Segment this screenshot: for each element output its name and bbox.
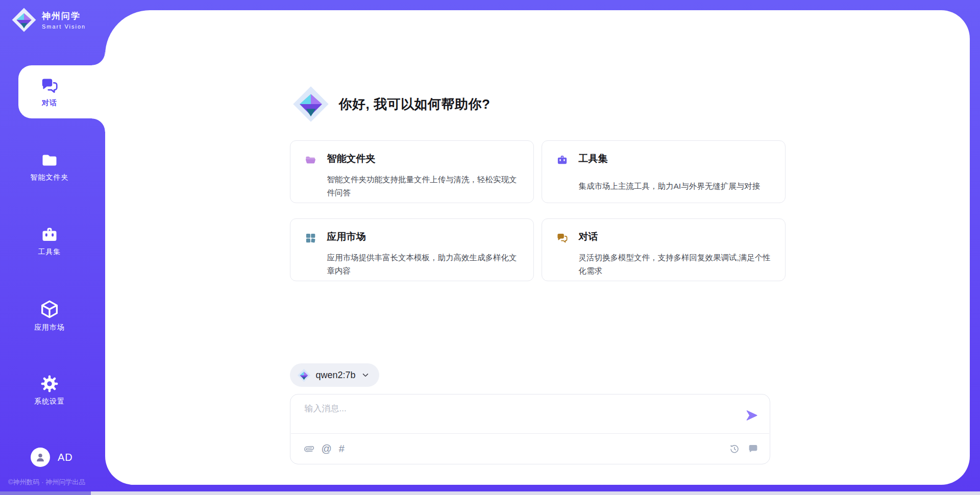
sidebar: 神州问学 Smart Vision 对话 智能文件夹 [0,0,105,495]
card-title: 应用市场 [327,231,520,247]
card-chat[interactable]: 对话 灵活切换多模型文件，支持多样回复效果调试,满足个性化需求 [542,218,786,281]
sidebar-item-smart-folder[interactable]: 智能文件夹 [18,140,105,193]
sidebar-item-label: 应用市场 [34,323,65,332]
folder-icon [40,151,59,169]
model-logo-diamond-icon [297,368,311,382]
brand-subtitle: Smart Vision [42,23,86,30]
card-description: 应用市场提供丰富长文本模板，助力高效生成多样化文章内容 [327,251,520,281]
card-description: 集成市场上主流工具，助力AI与外界无缝扩展与对接 [579,180,772,203]
card-toolset[interactable]: 工具集 集成市场上主流工具，助力AI与外界无缝扩展与对接 [542,140,786,203]
sidebar-item-label: 对话 [42,98,57,108]
avatar [31,448,50,467]
mention-at-icon[interactable]: @ [322,443,332,454]
chat-icon [556,232,568,244]
feature-cards: 智能文件夹 智能文件夹功能支持批量文件上传与清洗，轻松实现文件问答 工具集 集成… [290,140,786,281]
greeting-title: 你好, 我可以如何帮助你? [339,95,491,113]
user-profile[interactable]: AD [31,448,73,467]
sidebar-item-app-market[interactable]: 应用市场 [18,289,105,342]
sidebar-item-settings[interactable]: 系统设置 [18,363,105,416]
brand: 神州问学 Smart Vision [11,7,86,33]
greeting: 你好, 我可以如何帮助你? [290,85,786,123]
message-input[interactable] [304,402,745,430]
blocks-icon [305,232,316,244]
card-smart-folder[interactable]: 智能文件夹 智能文件夹功能支持批量文件上传与清洗，轻松实现文件问答 [290,140,534,203]
active-tab-fillet-bottom [92,118,105,132]
sidebar-item-chat[interactable]: 对话 [18,65,105,118]
brand-title: 神州问学 [42,10,86,22]
briefcase-icon [556,154,568,166]
card-title: 工具集 [579,153,772,176]
model-name: qwen2:7b [316,370,356,381]
copyright-footer: ©神州数码 · 神州问学出品 [8,478,85,487]
gear-icon [40,374,59,393]
topic-hash-icon[interactable]: # [339,443,345,454]
chevron-down-icon [361,370,370,380]
sidebar-item-label: 智能文件夹 [31,173,69,182]
horizontal-scrollbar[interactable] [0,491,980,495]
message-composer: @ # [290,394,770,464]
attachment-paperclip-icon[interactable] [304,443,314,454]
main-panel: 你好, 我可以如何帮助你? 智能文件夹 智能文件夹功能支持批量文件上传与清洗，轻… [105,10,970,485]
sidebar-item-label: 系统设置 [34,397,65,406]
send-icon[interactable] [745,409,758,422]
folder-open-icon [305,154,316,166]
cube-icon [39,299,60,319]
sidebar-item-toolset[interactable]: 工具集 [18,214,105,267]
chat-icon [40,77,59,95]
card-app-market[interactable]: 应用市场 应用市场提供丰富长文本模板，助力高效生成多样化文章内容 [290,218,534,281]
card-title: 对话 [579,231,772,247]
card-title: 智能文件夹 [327,153,520,169]
chat-bubble-icon[interactable] [748,443,758,454]
active-tab-fillet-top [92,52,105,65]
user-name: AD [58,452,73,463]
model-selector[interactable]: qwen2:7b [290,363,379,387]
brand-logo-diamond-icon [11,7,37,33]
card-description: 智能文件夹功能支持批量文件上传与清洗，轻松实现文件问答 [327,173,520,203]
history-icon[interactable] [729,443,740,454]
assistant-logo-diamond-icon [292,85,330,123]
horizontal-scrollbar-thumb[interactable] [0,491,91,495]
briefcase-icon [40,226,59,244]
card-description: 灵活切换多模型文件，支持多样回复效果调试,满足个性化需求 [579,251,772,281]
sidebar-item-label: 工具集 [38,247,61,257]
